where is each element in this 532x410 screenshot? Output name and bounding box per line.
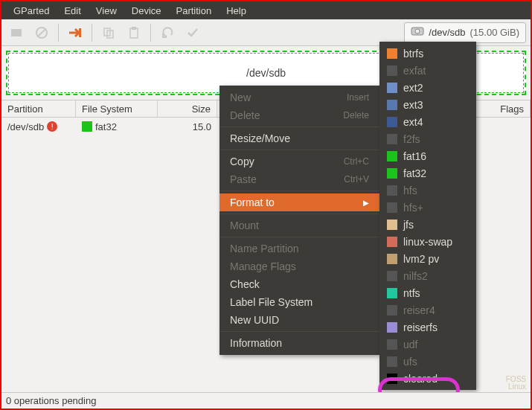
format-option-reiser4: reiser4 [379,301,476,318]
menu-item-label: Paste [230,173,257,185]
undo-icon[interactable] [157,22,178,43]
fs-color-swatch [387,237,397,247]
menu-item-label: Delete [230,109,260,121]
format-option-ext4[interactable]: ext4 [379,113,476,130]
format-option-lvm2-pv[interactable]: lvm2 pv [379,250,476,267]
menu-item-label: Resize/Move [230,132,290,144]
accelerator: Ctrl+V [344,174,369,185]
menu-separator [219,126,379,127]
accelerator: Ctrl+C [344,156,369,167]
format-option-jfs[interactable]: jfs [379,216,476,233]
menu-item-paste: PasteCtrl+V [219,170,379,188]
menu-separator [219,331,379,332]
format-option-nilfs2: nilfs2 [379,267,476,284]
fs-option-label: ext2 [403,82,423,94]
svg-rect-7 [132,27,136,30]
col-size[interactable]: Size [158,100,217,117]
fs-option-label: linux-swap [403,236,452,248]
menu-item-label: Label File System [230,296,313,308]
format-option-fat16[interactable]: fat16 [379,147,476,164]
fs-color-swatch [387,374,397,384]
fs-color-swatch [387,202,397,213]
fs-option-label: cleared [403,373,438,385]
menu-item-label: Format to [230,196,275,208]
fs-option-label: fat16 [403,150,426,162]
fs-option-label: udf [403,339,417,350]
menu-separator [219,214,379,214]
svg-rect-0 [11,29,22,36]
new-partition-icon[interactable] [6,22,27,43]
menu-item-label-file-system[interactable]: Label File System [219,293,379,311]
device-size: (15.00 GiB) [470,27,519,38]
format-option-cleared[interactable]: cleared [379,370,476,387]
fs-option-label: reiser4 [403,304,435,316]
graphic-device-label: /dev/sdb [246,67,286,79]
apply-icon[interactable] [182,22,203,43]
accelerator: Delete [343,110,369,121]
delete-icon[interactable] [31,22,52,43]
menu-partition[interactable]: Partition [169,5,219,16]
menu-item-label: Copy [230,156,254,167]
svg-point-9 [415,29,420,33]
fs-color-swatch [387,48,397,59]
col-filesystem[interactable]: File System [76,100,158,117]
paste-icon[interactable] [124,22,144,43]
menu-item-label: New UUID [230,314,279,326]
format-option-linux-swap[interactable]: linux-swap [379,233,476,250]
warning-icon: ! [47,121,57,132]
status-text: 0 operations pending [6,395,96,406]
fs-swatch [82,121,92,132]
svg-line-2 [38,29,45,36]
device-selector[interactable]: /dev/sdb (15.00 GiB) [404,22,526,43]
format-option-reiserfs[interactable]: reiserfs [379,318,476,336]
fs-color-swatch [387,83,397,93]
format-option-fat32[interactable]: fat32 [379,164,476,182]
fs-color-swatch [387,305,397,315]
format-option-ext2[interactable]: ext2 [379,79,476,96]
size-value: 15.0 [193,121,211,132]
resize-icon[interactable] [65,22,86,43]
fs-color-swatch [387,151,397,161]
menu-separator [219,237,379,237]
format-option-ext3[interactable]: ext3 [379,96,476,113]
harddisk-icon [411,25,424,39]
fs-color-swatch [387,288,397,298]
format-option-ufs: ufs [379,353,476,370]
menu-item-label: Check [230,278,260,290]
fs-option-label: ext4 [403,116,423,128]
menu-item-new: NewInsert [219,89,379,106]
fs-color-swatch [387,134,397,144]
menu-view[interactable]: View [89,5,124,16]
submenu-arrow-icon: ▶ [363,199,369,207]
fs-color-swatch [387,65,397,76]
menu-item-label: Information [230,337,282,349]
format-to-submenu: btrfsexfatext2ext3ext4f2fsfat16fat32hfsh… [379,42,476,390]
menu-device[interactable]: Device [124,5,169,16]
menu-item-information[interactable]: Information [219,334,379,352]
menu-item-resize-move[interactable]: Resize/Move [219,129,379,147]
fs-option-label: jfs [403,219,414,231]
fs-color-swatch [387,100,397,110]
menu-item-format-to[interactable]: Format to▶ [219,193,379,211]
fs-color-swatch [387,185,397,196]
menu-item-label: Manage Flags [230,260,296,272]
menu-item-new-uuid[interactable]: New UUID [219,311,379,329]
separator [150,24,151,42]
menu-item-check[interactable]: Check [219,275,379,293]
menu-item-manage-flags: Manage Flags [219,257,379,275]
menu-gparted[interactable]: GParted [6,5,57,16]
menu-item-copy[interactable]: CopyCtrl+C [219,153,379,170]
copy-icon[interactable] [98,22,119,43]
fs-option-label: reiserfs [403,321,438,333]
menu-help[interactable]: Help [219,5,254,16]
format-option-btrfs[interactable]: btrfs [379,45,476,62]
col-partition[interactable]: Partition [1,100,76,117]
menu-item-delete: DeleteDelete [219,106,379,124]
fs-color-swatch [387,117,397,127]
fs-option-label: ext3 [403,99,423,111]
svg-rect-3 [79,28,81,37]
menu-edit[interactable]: Edit [57,5,88,16]
menu-separator [219,190,379,191]
fs-color-swatch [387,254,397,264]
format-option-ntfs[interactable]: ntfs [379,284,476,301]
